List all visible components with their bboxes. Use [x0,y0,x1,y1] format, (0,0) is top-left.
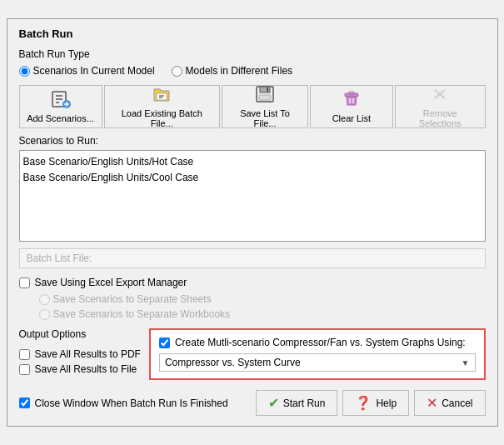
save-pdf-label: Save All Results to PDF [35,348,141,360]
remove-selections-icon [430,85,450,106]
output-options-left: Output Options Save All Results to PDF S… [19,328,141,375]
svg-rect-7 [157,93,167,100]
help-button[interactable]: ❓ Help [342,390,409,416]
save-list-button[interactable]: Save List To File... [222,85,308,128]
graph-type-dropdown[interactable]: Compressor vs. System Curve ▼ [159,353,476,372]
save-excel-label: Save Using Excel Export Manager [35,277,187,288]
load-batch-button[interactable]: Load Existing Batch File... [104,85,221,128]
add-scenarios-icon [51,90,71,111]
start-run-button[interactable]: ✔ Start Run [256,390,338,416]
toolbar: Add Scenarios... Load Existing Batch Fil… [19,85,486,128]
save-excel-checkbox[interactable] [19,278,30,288]
cancel-icon: ✕ [427,395,437,411]
output-section: Output Options Save All Results to PDF S… [19,328,486,380]
start-run-label: Start Run [283,398,326,409]
footer: Close Window When Batch Run Is Finished … [19,390,486,416]
save-file-checkbox[interactable] [19,364,30,375]
start-run-icon: ✔ [268,395,279,411]
help-label: Help [376,398,397,409]
load-batch-icon [152,85,172,106]
remove-selections-label: Remove Selections [402,108,478,128]
dropdown-value: Compressor vs. System Curve [165,357,301,368]
add-scenarios-button[interactable]: Add Scenarios... [19,85,102,128]
radio-workbooks-label: Save Scenarios to Separate Workbooks [53,308,231,320]
radio-sheets-label: Save Scenarios to Separate Sheets [53,293,212,305]
save-list-icon [255,85,275,106]
svg-rect-12 [259,95,271,100]
create-multi-checkbox[interactable] [159,338,170,348]
save-pdf-row: Save All Results to PDF [19,348,141,360]
radio-scenarios-label: Scenarios In Current Model [33,65,155,77]
cancel-label: Cancel [442,398,472,409]
list-item: Base Scenario/English Units/Hot Case [23,154,482,170]
dialog-title: Batch Run [19,28,486,40]
radio-scenarios[interactable]: Scenarios In Current Model [19,65,155,77]
dropdown-arrow-icon: ▼ [462,358,470,368]
list-item: Base Scenario/English Units/Cool Case [23,170,482,186]
footer-buttons: ✔ Start Run ❓ Help ✕ Cancel [256,390,486,416]
batch-run-type-label: Batch Run Type [19,48,486,60]
radio-separate-sheets: Save Scenarios to Separate Sheets [39,293,486,305]
create-multi-label: Create Mutli-scenario Compressor/Fan vs.… [175,337,466,348]
radio-models-label: Models in Different Files [186,65,293,77]
clear-list-icon [342,90,362,111]
cancel-button[interactable]: ✕ Cancel [414,390,485,416]
batch-list-file: Batch List File: [19,248,486,268]
remove-selections-button[interactable]: Remove Selections [395,85,486,128]
batch-run-dialog: Batch Run Batch Run Type Scenarios In Cu… [7,18,498,427]
save-list-label: Save List To File... [229,108,301,128]
load-batch-label: Load Existing Batch File... [112,108,213,128]
create-multi-panel: Create Mutli-scenario Compressor/Fan vs.… [149,328,486,380]
help-icon: ❓ [355,395,372,411]
close-window-checkbox[interactable] [19,398,30,408]
svg-rect-13 [267,88,268,92]
radio-separate-workbooks: Save Scenarios to Separate Workbooks [39,308,486,320]
scenarios-label: Scenarios to Run: [19,135,486,147]
clear-list-label: Clear List [332,113,371,123]
clear-list-button[interactable]: Clear List [310,85,393,128]
excel-radio-group: Save Scenarios to Separate Sheets Save S… [39,293,486,320]
close-window-label: Close Window When Batch Run Is Finished [35,398,228,409]
svg-rect-11 [260,87,270,92]
output-options-label: Output Options [19,328,141,340]
footer-left: Close Window When Batch Run Is Finished [19,398,228,409]
create-multi-row: Create Mutli-scenario Compressor/Fan vs.… [159,337,476,348]
save-pdf-checkbox[interactable] [19,349,30,360]
save-file-label: Save All Results to File [35,363,137,375]
add-scenarios-label: Add Scenarios... [27,113,94,123]
batch-run-type-group: Scenarios In Current Model Models in Dif… [19,65,486,77]
save-excel-row: Save Using Excel Export Manager [19,277,486,288]
scenarios-box: Base Scenario/English Units/Hot Case Bas… [19,150,486,242]
save-file-row: Save All Results to File [19,363,141,375]
radio-models[interactable]: Models in Different Files [172,65,293,77]
